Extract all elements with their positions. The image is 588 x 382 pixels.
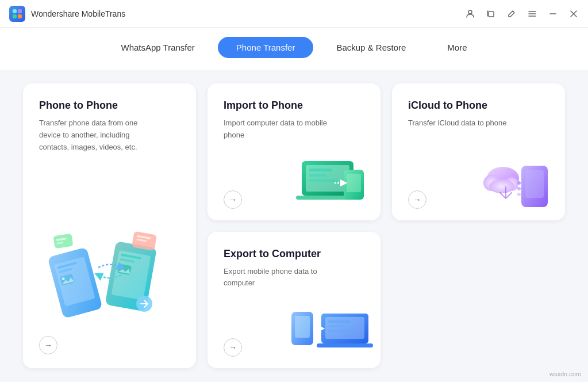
nav-bar: WhatsApp Transfer Phone Transfer Backup … — [0, 28, 588, 70]
card-icloud-title: iCloud to Phone — [408, 100, 549, 112]
card-export-desc: Export mobile phone data to computer — [224, 266, 339, 290]
tab-phone[interactable]: Phone Transfer — [218, 37, 314, 58]
watermark: wsxdn.com — [549, 370, 581, 377]
svg-rect-3 — [18, 14, 22, 18]
svg-rect-24 — [53, 234, 73, 249]
app-icon — [9, 6, 25, 22]
card-phone-to-phone-arrow[interactable]: → — [39, 336, 57, 354]
svg-point-40 — [489, 179, 514, 193]
phone-to-phone-illustration — [44, 213, 176, 334]
card-phone-to-phone-title: Phone to Phone — [39, 100, 180, 112]
export-illustration — [287, 297, 376, 364]
window-controls — [465, 9, 579, 19]
app-identity: Wondershare MobileTrans — [9, 6, 125, 22]
svg-rect-2 — [13, 14, 17, 18]
import-illustration — [293, 150, 374, 216]
card-import-arrow[interactable]: → — [224, 190, 242, 209]
user-icon[interactable] — [465, 9, 475, 19]
svg-rect-5 — [489, 12, 494, 17]
svg-rect-36 — [525, 170, 544, 198]
svg-rect-50 — [328, 325, 344, 327]
svg-rect-30 — [309, 169, 332, 171]
svg-point-41 — [517, 181, 521, 185]
icloud-illustration — [480, 150, 560, 216]
svg-rect-48 — [317, 343, 373, 347]
svg-rect-31 — [309, 174, 326, 177]
main-content: Phone to Phone Transfer phone data from … — [0, 70, 588, 382]
minimize-button[interactable] — [548, 9, 558, 19]
card-phone-to-phone-desc: Transfer phone data from one device to a… — [39, 117, 154, 153]
svg-rect-45 — [295, 316, 310, 338]
svg-rect-32 — [309, 179, 338, 182]
card-export-arrow[interactable]: → — [224, 338, 242, 357]
card-import-desc: Import computer data to mobile phone — [224, 117, 339, 142]
svg-rect-0 — [13, 9, 17, 13]
tab-more[interactable]: More — [429, 37, 485, 58]
svg-rect-51 — [328, 330, 353, 332]
card-import-title: Import to Phone — [224, 100, 364, 112]
menu-icon[interactable] — [527, 9, 537, 19]
card-phone-to-phone[interactable]: Phone to Phone Transfer phone data from … — [23, 83, 196, 368]
tab-whatsapp[interactable]: WhatsApp Transfer — [102, 37, 213, 58]
tab-backup[interactable]: Backup & Restore — [318, 37, 424, 58]
close-button[interactable] — [568, 9, 579, 19]
svg-rect-34 — [347, 174, 361, 192]
svg-point-43 — [517, 193, 521, 196]
card-import-to-phone[interactable]: Import to Phone Import computer data to … — [207, 83, 381, 220]
svg-rect-47 — [325, 317, 364, 339]
svg-point-42 — [517, 187, 521, 190]
edit-icon[interactable] — [506, 9, 517, 19]
title-bar: Wondershare MobileTrans — [0, 0, 588, 28]
card-icloud-arrow[interactable]: → — [408, 190, 426, 209]
svg-rect-49 — [328, 320, 350, 323]
app-title: Wondershare MobileTrans — [31, 9, 125, 18]
card-icloud-desc: Transfer iCloud data to phone — [408, 117, 523, 129]
card-export-to-computer[interactable]: Export to Computer Export mobile phone d… — [207, 232, 381, 369]
card-icloud-to-phone[interactable]: iCloud to Phone Transfer iCloud data to … — [392, 83, 565, 220]
svg-point-4 — [468, 10, 472, 14]
svg-rect-1 — [18, 9, 22, 13]
card-export-title: Export to Computer — [224, 248, 364, 260]
duplicate-icon[interactable] — [486, 9, 496, 19]
